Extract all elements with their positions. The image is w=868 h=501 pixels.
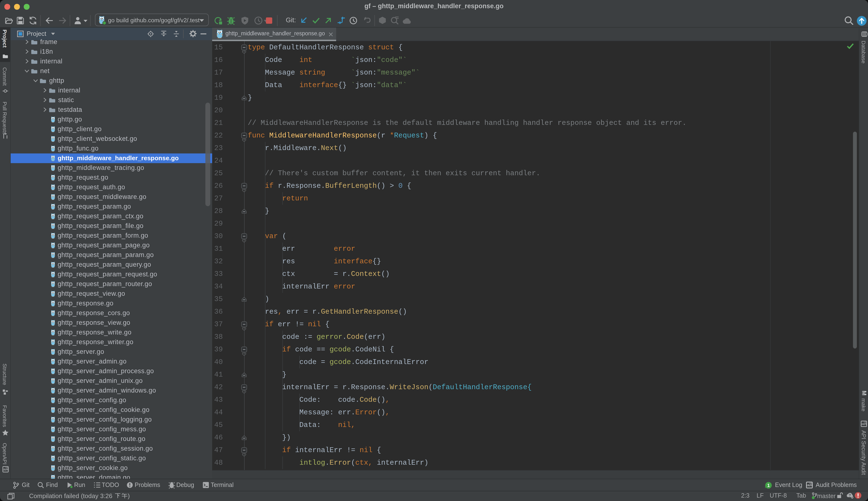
- svg-text:/API: /API: [3, 468, 8, 471]
- svg-text:/API: /API: [861, 423, 866, 426]
- svg-text:1: 1: [767, 483, 770, 488]
- svg-text:/API: /API: [807, 483, 812, 487]
- svg-text:?: ?: [849, 493, 851, 497]
